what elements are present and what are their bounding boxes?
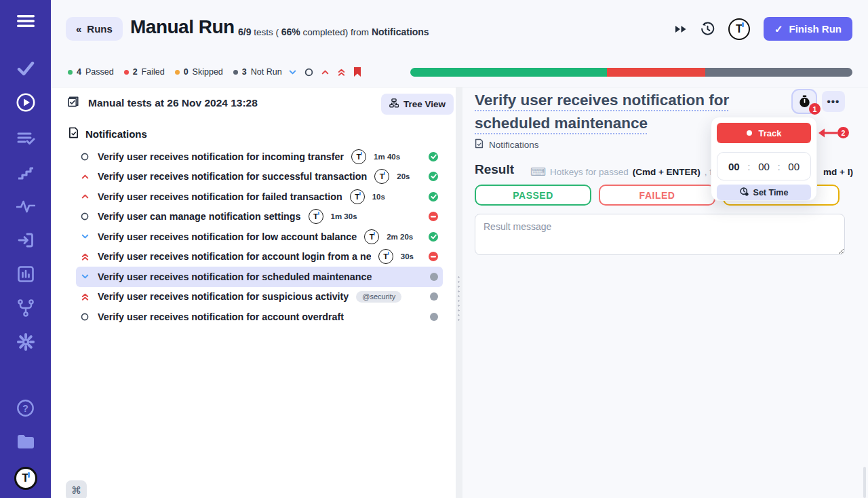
test-duration: 10s [372,193,385,201]
minutes-input[interactable] [757,161,772,172]
passed-button[interactable]: PASSED [475,185,591,206]
run-stats: 6/9 tests ( 66% completed) from Notifica… [238,26,429,37]
finish-run-button[interactable]: ✓ Finish Run [764,17,852,41]
test-title: Verify user receives notification for su… [98,171,367,182]
priority-normal-icon [79,212,90,221]
app-window: ? T « Runs Manual Run 6/9 tests ( 66% co… [0,0,868,498]
result-message-input[interactable] [475,214,845,255]
test-list: Verify user receives notification for in… [76,147,443,327]
testomat-badge-icon: T [350,189,365,204]
status-passed-icon [429,172,438,181]
breadcrumb[interactable]: Notifications [475,138,539,151]
pulse-icon[interactable] [0,189,51,223]
folder-icon[interactable] [0,425,51,459]
test-row[interactable]: Verify user can manage notification sett… [76,207,443,227]
fast-forward-icon[interactable] [675,24,687,34]
check-icon: ✓ [774,23,783,35]
test-row[interactable]: Verify user receives notification for sc… [76,267,443,287]
check-icon[interactable] [0,52,51,85]
test-tag: @security [356,291,401,303]
panel-resize-handle[interactable] [456,87,462,498]
test-title: Verify user receives notification for ac… [98,251,371,262]
steps-icon[interactable] [0,155,51,189]
test-row[interactable]: Verify user receives notification for su… [76,287,443,307]
help-icon[interactable]: ? [0,391,51,425]
time-input-group: : : [717,152,811,180]
status-passed-icon [429,152,438,161]
sidebar: ? T [0,0,51,498]
status-counters: 4Passed 2Failed 0Skipped 3Not Run [68,67,282,77]
page-title: Manual Run [130,16,235,38]
progress-passed-segment [410,68,607,77]
test-row[interactable]: Verify user receives notification for ac… [76,307,443,327]
status-failed-icon [429,212,438,221]
testomat-badge-icon: T [364,229,379,244]
test-row[interactable]: Verify user receives notification for lo… [76,227,443,247]
hotkeys-tail: md + I) [823,167,853,177]
play-circle-icon[interactable] [0,85,51,119]
priority-high-icon[interactable] [320,67,330,77]
result-heading: Result [475,162,514,177]
priority-high-icon [79,191,90,202]
notrun-dot [233,70,238,75]
back-to-runs-button[interactable]: « Runs [66,17,123,41]
test-duration: 1m 30s [331,212,357,221]
testomat-logo-icon[interactable]: T [728,18,750,40]
testomat-badge-icon: T [351,149,366,164]
priority-normal-icon [79,152,90,161]
test-title: Verify user receives notification for in… [98,151,344,162]
scrollbar-thumb[interactable] [863,467,866,498]
status-failed-icon [429,252,438,261]
test-duration: 30s [401,252,414,261]
passed-dot [68,70,73,75]
failed-button[interactable]: FAILED [599,185,715,206]
testomat-badge-icon: T [309,209,323,224]
test-duration: 2m 20s [387,233,413,241]
list-check-icon[interactable] [0,121,51,155]
progress-notrun-segment [705,68,852,77]
track-button[interactable]: Track [717,123,811,143]
priority-highest-icon[interactable] [336,67,347,77]
timer-history-icon[interactable] [701,22,715,36]
run-progress-bar [410,68,852,77]
testomat-logo-icon[interactable]: T [0,459,51,498]
annotation-badge-1: 1 [809,103,821,115]
priority-normal-icon [79,312,90,322]
progress-failed-segment [607,68,705,77]
record-dot-icon [747,130,752,136]
tree-view-button[interactable]: Tree View [381,94,454,115]
seconds-input[interactable] [787,161,802,172]
test-title: Verify user receives notification for ac… [98,311,344,322]
test-row[interactable]: Verify user receives notification for in… [76,147,443,167]
gear-icon[interactable] [0,325,51,359]
hours-input[interactable] [726,161,741,172]
bookmark-icon[interactable] [353,66,362,77]
clock-settings-icon [740,187,749,198]
status-notrun-icon [430,292,438,301]
priority-low-icon [79,271,90,282]
skipped-dot [175,70,180,75]
notrun-counter: 3Not Run [233,67,282,77]
import-icon[interactable] [0,223,51,257]
test-row[interactable]: Verify user receives notification for ac… [76,247,443,267]
priority-low-icon[interactable] [288,67,298,77]
failed-dot [124,70,129,75]
status-passed-icon [429,232,438,242]
status-notrun-icon [430,273,438,281]
skipped-counter: 0Skipped [175,67,223,77]
suite-group[interactable]: Notifications [68,127,147,140]
priority-filters [288,66,362,77]
priority-highest-icon [79,292,90,302]
test-row[interactable]: Verify user receives notification for fa… [76,187,443,207]
header-actions: T ✓ Finish Run [675,17,852,41]
run-title: Manual tests at 26 Nov 2024 13:28 [67,95,258,111]
tree-icon [389,98,399,110]
analytics-icon[interactable] [0,257,51,291]
set-time-button[interactable]: Set Time [717,185,811,200]
command-hotkeys-button[interactable]: ⌘ [66,480,87,498]
priority-normal-icon[interactable] [304,67,314,77]
menu-icon[interactable] [0,0,51,42]
test-row[interactable]: Verify user receives notification for su… [76,167,443,187]
branch-icon[interactable] [0,291,51,325]
more-options-button[interactable]: ••• [822,91,845,112]
